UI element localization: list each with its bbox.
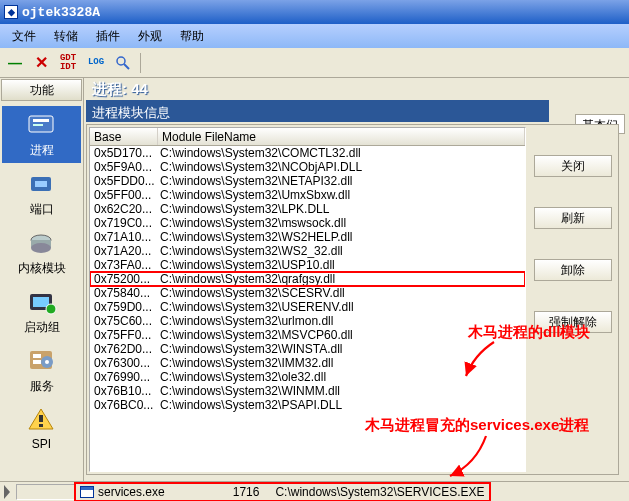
table-row[interactable]: 0x76300...C:\windows\System32\IMM32.dll xyxy=(90,356,525,370)
cell-filename: C:\windows\System32\WINMM.dll xyxy=(158,384,525,398)
titlebar: ◆ ojtek3328A xyxy=(0,0,629,24)
status-path: C:\windows\System32\SERVICES.EXE xyxy=(275,485,484,499)
statusbar: services.exe 1716 C:\windows\System32\SE… xyxy=(0,481,629,501)
menu-file[interactable]: 文件 xyxy=(4,26,44,47)
cell-base: 0x5FDD0... xyxy=(90,174,158,188)
service-icon xyxy=(25,346,59,376)
status-exe-name: services.exe xyxy=(98,485,165,499)
col-base[interactable]: Base xyxy=(90,128,158,145)
cell-base: 0x73FA0... xyxy=(90,258,158,272)
cell-base: 0x71A10... xyxy=(90,230,158,244)
menu-plugin[interactable]: 插件 xyxy=(88,26,128,47)
table-row[interactable]: 0x75C60...C:\windows\System32\urlmon.dll xyxy=(90,314,525,328)
svg-rect-11 xyxy=(33,297,49,307)
cell-base: 0x759D0... xyxy=(90,300,158,314)
exe-icon xyxy=(80,486,94,498)
table-row[interactable]: 0x719C0...C:\windows\System32\mswsock.dl… xyxy=(90,216,525,230)
toolbar-log[interactable]: LOG xyxy=(84,52,108,74)
table-row[interactable]: 0x759D0...C:\windows\System32\USERENV.dl… xyxy=(90,300,525,314)
cell-filename: C:\windows\System32\SCESRV.dll xyxy=(158,286,525,300)
cell-filename: C:\windows\System32\LPK.DLL xyxy=(158,202,525,216)
sidebar-label: 启动组 xyxy=(24,319,60,336)
cell-filename: C:\windows\System32\UmxSbxw.dll xyxy=(158,188,525,202)
menubar: 文件 转储 插件 外观 帮助 xyxy=(0,24,629,48)
svg-rect-20 xyxy=(39,424,43,427)
svg-point-9 xyxy=(31,243,51,253)
process-count: 进程: 44 xyxy=(86,78,154,100)
cell-base: 0x719C0... xyxy=(90,216,158,230)
toolbar-minus-icon[interactable]: — xyxy=(4,52,26,74)
col-filename[interactable]: Module FileName xyxy=(158,128,525,145)
table-row[interactable]: 0x73FA0...C:\windows\System32\USP10.dll xyxy=(90,258,525,272)
spi-icon xyxy=(25,405,59,435)
arrow-icon xyxy=(464,340,504,380)
sidebar-label: SPI xyxy=(32,437,51,451)
toolbar-x-icon[interactable]: ✕ xyxy=(30,52,52,74)
svg-point-12 xyxy=(46,304,56,314)
cell-base: 0x62C20... xyxy=(90,202,158,216)
close-button[interactable]: 关闭 xyxy=(534,155,612,177)
refresh-button[interactable]: 刷新 xyxy=(534,207,612,229)
cell-base: 0x5F9A0... xyxy=(90,160,158,174)
svg-marker-21 xyxy=(4,485,10,499)
table-row[interactable]: 0x76990...C:\windows\System32\ole32.dll xyxy=(90,370,525,384)
cell-base: 0x75C60... xyxy=(90,314,158,328)
toolbar-separator xyxy=(140,53,141,73)
table-row[interactable]: 0x75FF0...C:\windows\System32\MSVCP60.dl… xyxy=(90,328,525,342)
remove-button[interactable]: 卸除 xyxy=(534,259,612,281)
sidebar-item-kernel[interactable]: 内核模块 xyxy=(2,224,81,281)
kernel-icon xyxy=(25,228,59,258)
table-row[interactable]: 0x5D170...C:\windows\System32\COMCTL32.d… xyxy=(90,146,525,160)
table-row[interactable]: 0x76B10...C:\windows\System32\WINMM.dll xyxy=(90,384,525,398)
table-row[interactable]: 0x71A20...C:\windows\System32\WS2_32.dll xyxy=(90,244,525,258)
table-row[interactable]: 0x71A10...C:\windows\System32\WS2HELP.dl… xyxy=(90,230,525,244)
table-row[interactable]: 0x762D0...C:\windows\System32\WINSTA.dll xyxy=(90,342,525,356)
toolbar-gdt-idt[interactable]: GDTIDT xyxy=(56,52,80,74)
sidebar-item-service[interactable]: 服务 xyxy=(2,342,81,399)
process-icon xyxy=(25,110,59,140)
sidebar-label: 端口 xyxy=(30,201,54,218)
cell-filename: C:\windows\System32\PSAPI.DLL xyxy=(158,398,525,412)
table-row[interactable]: 0x5F9A0...C:\windows\System32\NCObjAPI.D… xyxy=(90,160,525,174)
cell-filename: C:\windows\System32\USERENV.dll xyxy=(158,300,525,314)
table-row[interactable]: 0x75200...C:\windows\System32\qrafgsy.dl… xyxy=(90,272,525,286)
cell-base: 0x71A20... xyxy=(90,244,158,258)
cell-base: 0x75200... xyxy=(90,272,158,286)
status-pid: 1716 xyxy=(233,485,260,499)
startup-icon xyxy=(25,287,59,317)
table-row[interactable]: 0x75840...C:\windows\System32\SCESRV.dll xyxy=(90,286,525,300)
cell-filename: C:\windows\System32\NETAPI32.dll xyxy=(158,174,525,188)
window-title: ojtek3328A xyxy=(22,5,100,20)
menu-view[interactable]: 外观 xyxy=(130,26,170,47)
sidebar-item-port[interactable]: 端口 xyxy=(2,165,81,222)
cell-base: 0x76BC0... xyxy=(90,398,158,412)
sidebar-item-process[interactable]: 进程 xyxy=(2,106,81,163)
sidebar-item-startup[interactable]: 启动组 xyxy=(2,283,81,340)
cell-base: 0x76990... xyxy=(90,370,158,384)
table-row[interactable]: 0x5FF00...C:\windows\System32\UmxSbxw.dl… xyxy=(90,188,525,202)
sidebar-label: 服务 xyxy=(30,378,54,395)
toolbar: — ✕ GDTIDT LOG xyxy=(0,48,629,78)
svg-rect-14 xyxy=(33,354,41,358)
svg-line-1 xyxy=(124,64,129,69)
cell-filename: C:\windows\System32\qrafgsy.dll xyxy=(158,272,525,286)
table-row[interactable]: 0x76BC0...C:\windows\System32\PSAPI.DLL xyxy=(90,398,525,412)
svg-rect-19 xyxy=(39,415,43,422)
app-icon: ◆ xyxy=(4,5,18,19)
toolbar-search-icon[interactable] xyxy=(112,52,134,74)
status-process-info[interactable]: services.exe 1716 C:\windows\System32\SE… xyxy=(76,484,489,500)
module-info-title: 进程模块信息 xyxy=(86,100,549,122)
menu-dump[interactable]: 转储 xyxy=(46,26,86,47)
cell-filename: C:\windows\System32\WS2_32.dll xyxy=(158,244,525,258)
arrow-icon xyxy=(446,434,496,480)
annotation-services: 木马进程冒充的services.exe进程 xyxy=(365,416,589,435)
cell-base: 0x75FF0... xyxy=(90,328,158,342)
sidebar-tab-function[interactable]: 功能 xyxy=(1,79,82,101)
sidebar-item-spi[interactable]: SPI xyxy=(2,401,81,455)
table-row[interactable]: 0x5FDD0...C:\windows\System32\NETAPI32.d… xyxy=(90,174,525,188)
sidebar: 功能 进程 端口 内核模块 启动组 服务 xyxy=(0,78,84,501)
cell-base: 0x76B10... xyxy=(90,384,158,398)
menu-help[interactable]: 帮助 xyxy=(172,26,212,47)
table-row[interactable]: 0x62C20...C:\windows\System32\LPK.DLL xyxy=(90,202,525,216)
cell-filename: C:\windows\System32\COMCTL32.dll xyxy=(158,146,525,160)
